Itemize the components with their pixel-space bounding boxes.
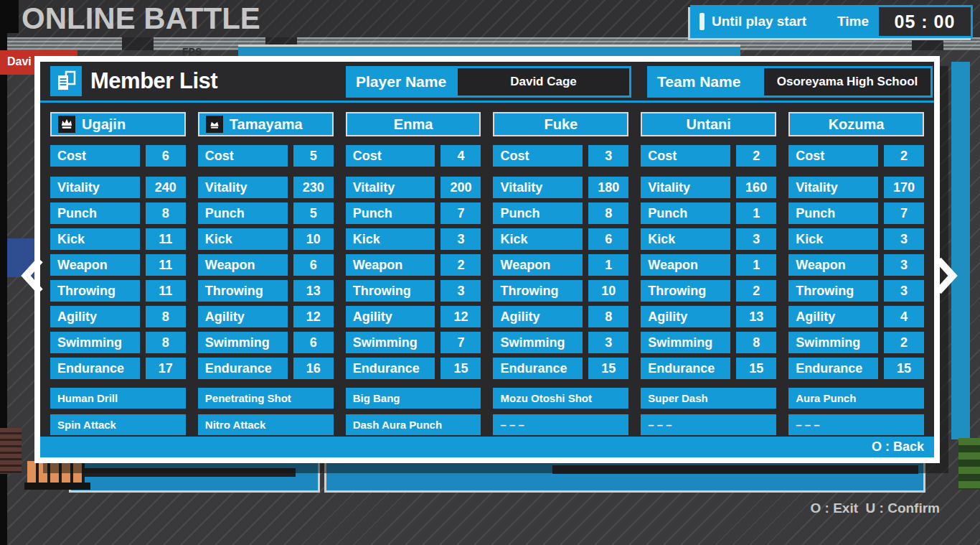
member-column: Enma Cost4Vitality200Punch7Kick3Weapon2T…: [346, 112, 481, 441]
stat-value: 12: [440, 306, 481, 327]
stat-label: Swimming: [493, 332, 583, 353]
stat-row: Kick11: [50, 228, 186, 250]
stat-row: Agility12: [346, 306, 481, 327]
stat-value: 3: [884, 280, 924, 302]
stat-label: Agility: [346, 306, 435, 327]
stat-value: 15: [884, 358, 924, 379]
back-button[interactable]: O : Back: [40, 437, 934, 457]
player-name-field: Player Name David Cage: [346, 66, 631, 98]
special-move: Dash Aura Punch: [346, 414, 481, 435]
background-block: [122, 37, 154, 50]
stat-row: Punch1: [641, 202, 776, 224]
stat-value: 6: [293, 332, 334, 353]
stat-value: 8: [588, 306, 628, 327]
stat-label: Throwing: [346, 280, 435, 302]
stat-value: 6: [293, 254, 334, 276]
stat-label: Cost: [50, 145, 140, 167]
stat-value: 15: [440, 358, 481, 379]
stat-row: Cost3: [493, 145, 628, 167]
stat-label: Cost: [346, 145, 435, 167]
special-move: Mozu Otoshi Shot: [493, 388, 628, 409]
stat-row: Cost4: [346, 145, 481, 167]
team-name-field: Team Name Osoreyama High School: [647, 66, 933, 98]
stat-label: Throwing: [641, 280, 730, 302]
stat-row: Throwing11: [50, 280, 186, 302]
stat-value: 8: [146, 306, 186, 327]
stat-label: Vitality: [346, 177, 435, 198]
player-name-label: Player Name: [346, 66, 456, 98]
stat-label: Endurance: [50, 358, 140, 379]
member-column: Kozuma Cost2Vitality170Punch7Kick3Weapon…: [788, 112, 924, 441]
stat-row: Punch8: [493, 202, 628, 224]
stat-label: Weapon: [493, 254, 583, 276]
time-value: 05 : 00: [879, 7, 971, 36]
stat-value: 3: [884, 228, 924, 250]
stat-row: Throwing3: [346, 280, 481, 302]
stat-value: 15: [736, 358, 776, 379]
stat-label: Vitality: [198, 177, 288, 198]
member-list-modal: Member List Player Name David Cage Team …: [34, 56, 940, 463]
stat-row: Kick3: [641, 228, 776, 250]
stat-label: Agility: [50, 306, 140, 327]
time-label: Time: [837, 14, 869, 29]
stat-row: Endurance15: [641, 358, 776, 379]
stat-label: Punch: [788, 202, 878, 224]
stat-row: Endurance16: [198, 358, 334, 379]
screen-title: ONLINE BATTLE: [22, 1, 260, 36]
stat-row: Punch8: [50, 202, 186, 224]
special-move: Super Dash: [641, 388, 776, 409]
stat-value: 17: [146, 358, 186, 379]
stat-value: 2: [884, 332, 924, 353]
chevron-left-icon[interactable]: [19, 256, 44, 299]
stat-label: Agility: [788, 306, 878, 327]
stat-label: Weapon: [50, 254, 140, 276]
stat-label: Punch: [493, 202, 583, 224]
stat-value: 3: [588, 145, 628, 167]
stat-value: 6: [146, 145, 186, 167]
stat-row: Agility13: [641, 306, 776, 327]
stat-label: Weapon: [198, 254, 288, 276]
stat-value: 240: [146, 177, 186, 198]
stat-value: 11: [146, 254, 186, 276]
stat-row: Vitality240: [50, 177, 186, 198]
stat-value: 170: [884, 177, 924, 198]
member-name-box: Enma: [346, 112, 481, 136]
stat-row: Swimming8: [50, 332, 186, 353]
stat-value: 6: [588, 228, 628, 250]
stat-value: 160: [736, 177, 776, 198]
special-move: Penetrating Shot: [198, 388, 334, 409]
stat-row: Swimming8: [641, 332, 776, 353]
stat-row: Endurance15: [346, 358, 481, 379]
stat-value: 2: [884, 145, 924, 167]
stat-label: Swimming: [50, 332, 140, 353]
special-move: Spin Attack: [50, 414, 186, 435]
stat-value: 4: [884, 306, 924, 327]
background-pixel-block: [958, 438, 980, 490]
stat-row: Vitality180: [493, 177, 628, 198]
stat-label: Kick: [50, 228, 140, 250]
stat-row: Weapon2: [346, 254, 481, 276]
stat-label: Cost: [493, 145, 583, 167]
stat-label: Throwing: [198, 280, 288, 302]
stat-label: Vitality: [493, 177, 583, 198]
member-column: Ugajin Cost6Vitality240Punch8Kick11Weapo…: [50, 112, 186, 441]
member-name: Fuke: [545, 116, 578, 133]
stat-value: 230: [293, 177, 334, 198]
stat-label: Agility: [493, 306, 583, 327]
stat-label: Vitality: [641, 177, 730, 198]
stat-value: 200: [440, 177, 481, 198]
chevron-right-icon[interactable]: [934, 256, 960, 299]
member-name-box: Untani: [641, 112, 776, 136]
stat-row: Cost5: [198, 145, 334, 167]
stat-value: 2: [440, 254, 481, 276]
stat-row: Endurance17: [50, 358, 186, 379]
stat-label: Endurance: [788, 358, 878, 379]
stat-row: Agility12: [198, 306, 334, 327]
member-name-box: Tamayama: [198, 112, 334, 136]
stat-value: 4: [440, 145, 481, 167]
stat-row: Punch7: [788, 202, 924, 224]
special-move: – – –: [788, 414, 924, 435]
stat-label: Kick: [641, 228, 730, 250]
captain-crown-icon: [58, 116, 75, 133]
stat-value: 11: [146, 280, 186, 302]
